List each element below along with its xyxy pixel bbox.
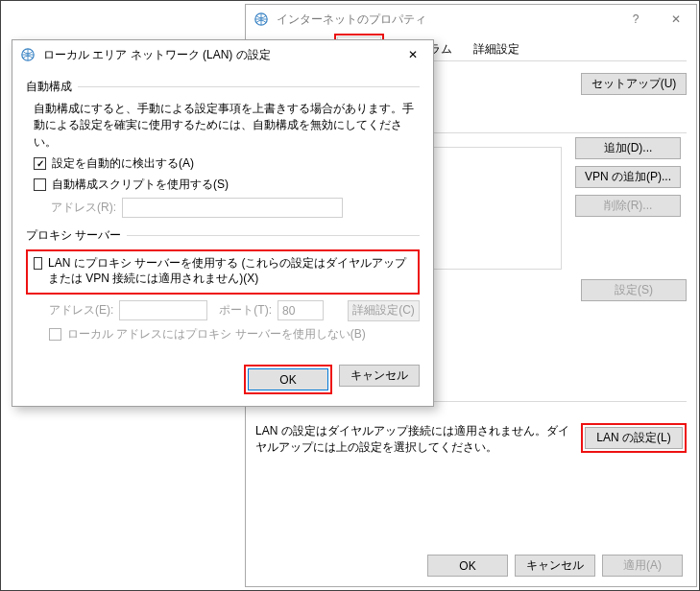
parent-title: インターネットのプロパティ: [277, 12, 426, 28]
lan-settings-highlight: LAN の設定(L): [581, 423, 687, 453]
child-title: ローカル エリア ネットワーク (LAN) の設定: [43, 47, 271, 63]
globe-icon: [20, 47, 36, 62]
lan-settings-window: ローカル エリア ネットワーク (LAN) の設定 ✕ 自動構成 自動構成にする…: [12, 39, 434, 407]
auto-detect-checkbox[interactable]: [34, 157, 46, 170]
vpn-add-button[interactable]: VPN の追加(P)...: [575, 166, 681, 188]
add-button[interactable]: 追加(D)...: [575, 137, 681, 159]
child-cancel-button[interactable]: キャンセル: [339, 365, 420, 387]
connection-settings-button[interactable]: 設定(S): [581, 279, 687, 301]
auto-config-label: 自動構成: [26, 79, 72, 95]
remove-button[interactable]: 削除(R)...: [575, 195, 681, 217]
child-close-button[interactable]: ✕: [393, 40, 433, 69]
help-button[interactable]: ?: [616, 5, 656, 34]
use-script-checkbox[interactable]: [34, 178, 46, 191]
parent-apply-button[interactable]: 適用(A): [602, 555, 683, 577]
child-ok-button[interactable]: OK: [248, 368, 328, 390]
parent-cancel-button[interactable]: キャンセル: [515, 555, 595, 577]
tab-advanced[interactable]: 詳細設定: [463, 37, 530, 61]
child-footer: OK キャンセル: [244, 365, 420, 394]
proxy-port-input[interactable]: 80: [278, 300, 324, 320]
setup-button[interactable]: セットアップ(U): [581, 73, 687, 95]
bypass-local-checkbox[interactable]: [49, 328, 61, 341]
child-titlebar: ローカル エリア ネットワーク (LAN) の設定 ✕: [12, 40, 433, 69]
use-proxy-label: LAN にプロキシ サーバーを使用する (これらの設定はダイヤルアップまたは V…: [48, 255, 412, 286]
proxy-port-label: ポート(T):: [219, 302, 272, 319]
auto-config-group: 自動構成: [26, 79, 420, 95]
proxy-advanced-button[interactable]: 詳細設定(C): [348, 300, 420, 321]
proxy-address-input[interactable]: [119, 300, 207, 320]
globe-icon: [253, 12, 269, 27]
use-script-label: 自動構成スクリプトを使用する(S): [52, 177, 229, 193]
script-address-input[interactable]: [122, 198, 343, 218]
proxy-address-label: アドレス(E):: [49, 302, 113, 319]
bypass-local-label: ローカル アドレスにはプロキシ サーバーを使用しない(B): [67, 326, 366, 343]
parent-footer: OK キャンセル 適用(A): [427, 555, 683, 577]
auto-detect-label: 設定を自動的に検出する(A): [52, 155, 194, 172]
use-proxy-checkbox[interactable]: [34, 257, 42, 270]
parent-ok-button[interactable]: OK: [427, 555, 508, 577]
auto-config-desc: 自動構成にすると、手動による設定事項を上書きする場合があります。手動による設定を…: [34, 101, 420, 151]
lan-settings-button[interactable]: LAN の設定(L): [585, 427, 683, 449]
use-proxy-highlight: LAN にプロキシ サーバーを使用する (これらの設定はダイヤルアップまたは V…: [26, 249, 420, 294]
ok-highlight: OK: [244, 365, 332, 394]
close-button[interactable]: ✕: [656, 5, 696, 34]
parent-titlebar: インターネットのプロパティ ? ✕: [246, 5, 696, 34]
lan-desc: LAN の設定はダイヤルアップ接続には適用されません。ダイヤルアップには上の設定…: [255, 423, 569, 457]
proxy-group: プロキシ サーバー: [26, 227, 420, 244]
proxy-group-label: プロキシ サーバー: [26, 227, 121, 244]
script-address-label: アドレス(R):: [51, 200, 116, 216]
